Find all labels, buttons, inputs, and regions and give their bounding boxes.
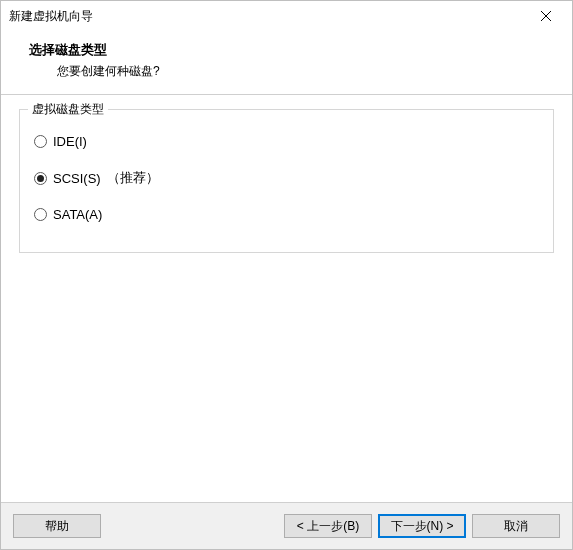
- radio-icon: [34, 208, 47, 221]
- radio-icon: [34, 172, 47, 185]
- next-button[interactable]: 下一步(N) >: [378, 514, 466, 538]
- page-title: 选择磁盘类型: [29, 41, 562, 59]
- radio-icon: [34, 135, 47, 148]
- group-legend: 虚拟磁盘类型: [28, 101, 108, 118]
- wizard-window: 新建虚拟机向导 选择磁盘类型 您要创建何种磁盘? 虚拟磁盘类型 IDE(I): [0, 0, 573, 550]
- radio-label: IDE(I): [53, 134, 87, 149]
- radio-label: SATA(A): [53, 207, 102, 222]
- radio-option-ide[interactable]: IDE(I): [34, 134, 539, 149]
- close-icon[interactable]: [526, 2, 566, 30]
- radio-hint: （推荐）: [107, 169, 159, 187]
- help-button[interactable]: 帮助: [13, 514, 101, 538]
- wizard-body: 虚拟磁盘类型 IDE(I) SCSI(S) （推荐） SATA(A): [1, 95, 572, 503]
- radio-label: SCSI(S): [53, 171, 101, 186]
- disk-type-group: 虚拟磁盘类型 IDE(I) SCSI(S) （推荐） SATA(A): [19, 109, 554, 253]
- back-button[interactable]: < 上一步(B): [284, 514, 372, 538]
- page-subtitle: 您要创建何种磁盘?: [29, 63, 562, 80]
- radio-option-sata[interactable]: SATA(A): [34, 207, 539, 222]
- window-title: 新建虚拟机向导: [9, 8, 93, 25]
- titlebar: 新建虚拟机向导: [1, 1, 572, 31]
- radio-selected-dot: [37, 175, 44, 182]
- radio-option-scsi[interactable]: SCSI(S) （推荐）: [34, 169, 539, 187]
- wizard-header: 选择磁盘类型 您要创建何种磁盘?: [1, 31, 572, 95]
- cancel-button[interactable]: 取消: [472, 514, 560, 538]
- wizard-footer: 帮助 < 上一步(B) 下一步(N) > 取消: [1, 503, 572, 549]
